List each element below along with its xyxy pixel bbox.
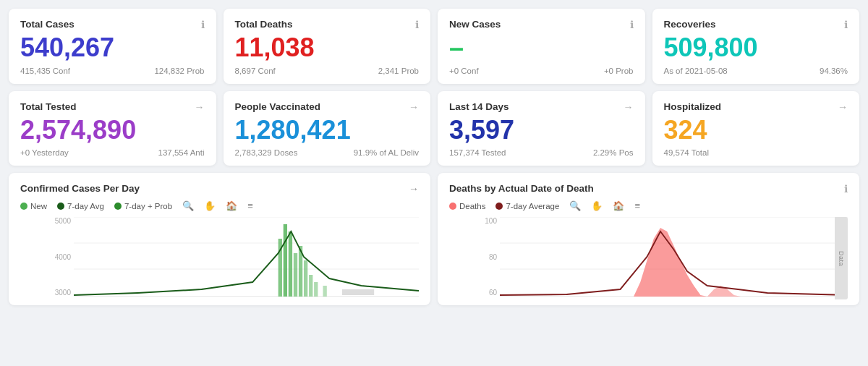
svg-rect-13: [342, 289, 374, 295]
last-14-days-card: Last 14 Days → 3,597 157,374 Tested 2.29…: [438, 91, 645, 166]
sub-left: 2,783,329 Doses: [235, 148, 298, 157]
card-title: Total Tested: [20, 101, 77, 112]
recoveries-card: Recoveries ℹ 509,800 As of 2021-05-08 94…: [652, 9, 860, 84]
chart-wrapper: 5000 4000 3000: [48, 217, 419, 299]
arrow-icon[interactable]: →: [838, 101, 848, 113]
legend-item-new: New: [20, 202, 47, 210]
card-header: Last 14 Days →: [449, 101, 634, 113]
svg-rect-12: [323, 286, 327, 297]
card-title: Last 14 Days: [449, 101, 509, 112]
legend-dot-7day-avg: [495, 203, 503, 210]
legend-dot-new: [20, 203, 27, 210]
info-icon[interactable]: ℹ: [844, 19, 848, 30]
legend-dot-deaths: [449, 203, 456, 210]
y-label-100: 100: [477, 217, 497, 225]
big-number: 2,574,890: [20, 116, 205, 145]
sub-left: 157,374 Tested: [449, 148, 506, 157]
legend-dot-7day-prob: [114, 203, 122, 210]
sub-right: 94.36%: [820, 67, 848, 75]
y-axis-labels: 100 80 60: [477, 217, 497, 297]
sub-left: 415,435 Conf: [20, 67, 70, 75]
sub-row: 415,435 Conf 124,832 Prob: [20, 67, 205, 75]
svg-rect-6: [289, 231, 292, 297]
sub-right: 2,341 Prob: [378, 67, 419, 75]
confirmed-cases-svg: [74, 217, 419, 297]
sub-row: 49,574 Total: [664, 148, 848, 157]
card-title: Hospitalized: [664, 101, 722, 112]
sub-right: 2.29% Pos: [593, 148, 634, 157]
legend-item-deaths: Deaths: [449, 202, 485, 210]
chart-header: Deaths by Actual Date of Death ℹ: [449, 183, 848, 195]
chart-body: 5000 4000 3000: [48, 217, 419, 299]
chart-title: Deaths by Actual Date of Death: [449, 183, 594, 194]
dashboard: Total Cases ℹ 540,267 415,435 Conf 124,8…: [9, 9, 859, 305]
big-number: 324: [664, 116, 848, 145]
data-tab-label: Data: [838, 251, 845, 266]
sub-row: 157,374 Tested 2.29% Pos: [449, 148, 634, 157]
confirmed-cases-chart-card: Confirmed Cases Per Day → New 7-day Avg …: [9, 173, 430, 305]
arrow-icon[interactable]: →: [409, 183, 419, 195]
info-icon[interactable]: ℹ: [844, 183, 848, 195]
card-header: People Vaccinated →: [235, 101, 420, 113]
zoom-icon[interactable]: 🔍: [182, 200, 194, 211]
legend-item-7day-avg: 7-day Avg: [57, 202, 104, 210]
info-icon[interactable]: ℹ: [201, 19, 205, 30]
svg-marker-18: [634, 228, 707, 297]
chart-wrapper: 100 80 60: [477, 217, 848, 299]
card-title: Total Cases: [20, 19, 75, 30]
legend-item-7day-prob: 7-day + Prob: [114, 202, 172, 210]
big-number: –: [449, 33, 634, 62]
menu-icon[interactable]: ≡: [634, 200, 640, 211]
hand-icon[interactable]: ✋: [204, 200, 216, 211]
info-icon[interactable]: ℹ: [415, 19, 419, 30]
y-label-80: 80: [477, 253, 497, 261]
sub-row: As of 2021-05-08 94.36%: [664, 67, 848, 75]
big-number: 11,038: [235, 33, 420, 62]
menu-icon[interactable]: ≡: [247, 200, 253, 211]
chart-body: 100 80 60: [477, 217, 848, 299]
zoom-icon[interactable]: 🔍: [569, 200, 581, 211]
card-title: Total Deaths: [235, 19, 293, 30]
deaths-svg: [500, 217, 848, 297]
data-tab[interactable]: Data: [835, 217, 848, 299]
legend-label-7day-avg: 7-day Avg: [67, 202, 104, 210]
legend-label-new: New: [30, 202, 47, 210]
svg-rect-10: [309, 275, 312, 297]
svg-rect-5: [284, 224, 287, 297]
big-number: 1,280,421: [235, 116, 420, 145]
sub-left: +0 Conf: [449, 67, 479, 75]
card-header: Total Deaths ℹ: [235, 19, 420, 30]
y-label-5000: 5000: [48, 217, 71, 225]
big-number: 540,267: [20, 33, 205, 62]
card-header: Hospitalized →: [664, 101, 848, 113]
card-title: Recoveries: [664, 19, 716, 30]
total-cases-card: Total Cases ℹ 540,267 415,435 Conf 124,8…: [9, 9, 216, 84]
sub-right: +0 Prob: [604, 67, 634, 75]
sub-right: 91.9% of AL Deliv: [354, 148, 419, 157]
svg-rect-9: [304, 260, 307, 297]
arrow-icon[interactable]: →: [409, 101, 419, 113]
sub-left: +0 Yesterday: [20, 148, 69, 157]
chart-canvas-area: [74, 217, 419, 299]
sub-row: 2,783,329 Doses 91.9% of AL Deliv: [235, 148, 420, 157]
hand-icon[interactable]: ✋: [591, 200, 603, 211]
card-header: New Cases ℹ: [449, 19, 634, 30]
home-icon[interactable]: 🏠: [226, 200, 237, 211]
big-number: 3,597: [449, 116, 634, 145]
arrow-icon[interactable]: →: [624, 101, 634, 113]
y-axis-labels: 5000 4000 3000: [48, 217, 71, 297]
info-icon[interactable]: ℹ: [630, 19, 634, 30]
legend-label-7day-avg: 7-day Average: [506, 202, 559, 210]
chart-header: Confirmed Cases Per Day →: [20, 183, 419, 195]
total-tested-card: Total Tested → 2,574,890 +0 Yesterday 13…: [9, 91, 216, 166]
total-deaths-card: Total Deaths ℹ 11,038 8,697 Conf 2,341 P…: [224, 9, 431, 84]
y-label-3000: 3000: [48, 289, 71, 297]
new-cases-card: New Cases ℹ – +0 Conf +0 Prob: [438, 9, 645, 84]
sub-left: 49,574 Total: [664, 148, 709, 157]
arrow-icon[interactable]: →: [195, 101, 205, 113]
home-icon[interactable]: 🏠: [613, 200, 624, 211]
card-header: Total Cases ℹ: [20, 19, 205, 30]
y-label-60: 60: [477, 289, 497, 297]
sub-right: 137,554 Anti: [158, 148, 205, 157]
chart-controls: ℹ: [844, 183, 848, 195]
